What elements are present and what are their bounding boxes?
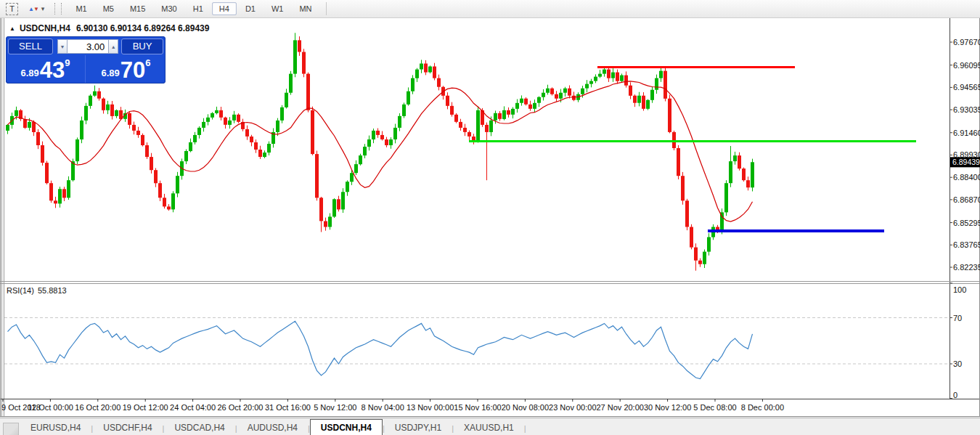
svg-text:30: 30 xyxy=(953,359,962,368)
timeframe-button-MN[interactable]: MN xyxy=(292,2,319,15)
sell-price-pips: 43 xyxy=(40,60,65,81)
svg-text:20 Nov 08:00: 20 Nov 08:00 xyxy=(502,403,549,412)
tab-strip-stub xyxy=(3,423,19,435)
timeframe-button-M15[interactable]: M15 xyxy=(123,2,152,15)
svg-text:15 Nov 16:00: 15 Nov 16:00 xyxy=(454,403,501,412)
toolbar: T ▲ ▼ ▾ M1M5M15M30H1H4D1W1MN xyxy=(0,0,980,18)
sell-button[interactable]: SELL xyxy=(8,38,53,54)
volume-decrease-button[interactable]: ▼ xyxy=(57,39,68,54)
sell-price[interactable]: 6.89 43 9 xyxy=(6,55,86,83)
buy-button[interactable]: BUY xyxy=(121,38,163,54)
current-price-tag: 6.89439 xyxy=(950,157,980,167)
tab-USDJPY-H1[interactable]: USDJPY,H1 xyxy=(385,420,452,435)
svg-text:6.91460: 6.91460 xyxy=(953,129,980,137)
svg-text:8 Dec 00:00: 8 Dec 00:00 xyxy=(741,403,784,412)
svg-text:5 Dec 08:00: 5 Dec 08:00 xyxy=(693,403,736,412)
timeframe-button-D1[interactable]: D1 xyxy=(238,2,263,15)
sell-price-base: 6.89 xyxy=(20,68,38,78)
svg-text:6.85295: 6.85295 xyxy=(953,219,980,227)
timeframe-buttons: M1M5M15M30H1H4D1W1MN xyxy=(68,2,319,15)
chart-ohlc-values: 6.90130 6.90134 6.89264 6.89439 xyxy=(76,23,210,33)
tab-AUDUSD-H4[interactable]: AUDUSD,H4 xyxy=(237,420,308,435)
svg-text:100: 100 xyxy=(953,285,966,294)
svg-text:27 Nov 20:00: 27 Nov 20:00 xyxy=(596,403,643,412)
volume-input[interactable] xyxy=(68,39,109,54)
svg-text:6.97670: 6.97670 xyxy=(953,38,980,46)
svg-text:5 Nov 12:00: 5 Nov 12:00 xyxy=(314,403,356,412)
tab-USDCNH-H4[interactable]: USDCNH,H4 xyxy=(310,419,383,435)
svg-text:6.88400: 6.88400 xyxy=(953,173,980,182)
collapse-triangle-icon: ▲ xyxy=(9,25,15,32)
svg-text:6.83765: 6.83765 xyxy=(953,240,980,249)
rsi-value: 55.8813 xyxy=(38,286,67,295)
svg-text:30 Nov 12:00: 30 Nov 12:00 xyxy=(644,403,691,412)
tab-USDCAD-H4[interactable]: USDCAD,H4 xyxy=(164,420,234,435)
rsi-indicator-label: RSI(14)55.8813 xyxy=(7,286,67,295)
timeframe-button-H4[interactable]: H4 xyxy=(212,2,237,15)
svg-text:26 Oct 20:00: 26 Oct 20:00 xyxy=(218,403,264,412)
timeframe-button-W1[interactable]: W1 xyxy=(264,2,291,15)
svg-text:6.89439: 6.89439 xyxy=(952,158,980,166)
svg-text:24 Oct 04:00: 24 Oct 04:00 xyxy=(170,403,216,412)
chart-title: ▲USDCNH,H46.90130 6.90134 6.89264 6.8943… xyxy=(9,23,209,33)
svg-text:6.82235: 6.82235 xyxy=(953,263,980,272)
svg-text:70: 70 xyxy=(953,314,962,322)
buy-price[interactable]: 6.89 70 6 xyxy=(86,55,166,83)
volume-increase-button[interactable]: ▲ xyxy=(108,39,118,54)
text-tool-icon: T xyxy=(6,3,18,15)
arrow-down-icon: ▼ xyxy=(33,6,39,12)
svg-text:6.94565: 6.94565 xyxy=(953,83,980,92)
toolbar-grip xyxy=(54,3,62,15)
svg-text:16 Oct 20:00: 16 Oct 20:00 xyxy=(75,403,121,412)
svg-text:13 Nov 00:00: 13 Nov 00:00 xyxy=(407,403,454,412)
buy-price-pips: 70 xyxy=(121,60,145,81)
svg-text:23 Nov 00:00: 23 Nov 00:00 xyxy=(549,403,596,412)
svg-text:6.86870: 6.86870 xyxy=(953,195,980,204)
timeframe-button-H1[interactable]: H1 xyxy=(186,2,211,15)
symbol-tab-bar: EURUSD,H4|USDCHF,H4|USDCAD,H4|AUDUSD,H4|… xyxy=(0,418,980,435)
chevron-down-icon: ▾ xyxy=(41,5,45,12)
timeframe-button-M1[interactable]: M1 xyxy=(68,2,94,15)
tab-USDCHF-H4[interactable]: USDCHF,H4 xyxy=(93,420,162,435)
buy-price-base: 6.89 xyxy=(101,68,119,78)
tab-XAUUSD-H1[interactable]: XAUUSD,H1 xyxy=(454,420,524,435)
timeframe-button-M30[interactable]: M30 xyxy=(154,2,184,15)
svg-text:12 Oct 00:00: 12 Oct 00:00 xyxy=(28,403,73,412)
one-click-trade-panel: SELL ▼ ▲ BUY 6.89 43 9 6.89 70 6 xyxy=(6,36,166,84)
svg-text:6.96095: 6.96095 xyxy=(953,61,980,70)
volume-stepper: ▼ ▲ xyxy=(57,39,118,54)
sell-price-point: 9 xyxy=(65,57,70,68)
text-tool-button[interactable]: T xyxy=(4,2,20,15)
arrows-tool-button[interactable]: ▲ ▼ ▾ xyxy=(27,2,46,15)
buy-price-point: 6 xyxy=(145,57,150,68)
chart-symbol: USDCNH,H4 xyxy=(20,23,70,33)
svg-text:0: 0 xyxy=(953,391,957,399)
tab-divider: | xyxy=(524,424,526,435)
svg-text:19 Oct 12:00: 19 Oct 12:00 xyxy=(123,403,168,412)
tab-EURUSD-H4[interactable]: EURUSD,H4 xyxy=(20,420,91,435)
svg-text:31 Oct 16:00: 31 Oct 16:00 xyxy=(265,403,311,412)
svg-text:8 Nov 04:00: 8 Nov 04:00 xyxy=(362,403,404,412)
toolbar-separator xyxy=(326,2,327,15)
timeframe-button-M5[interactable]: M5 xyxy=(96,2,121,15)
rsi-name: RSI(14) xyxy=(7,286,34,295)
svg-text:6.93035: 6.93035 xyxy=(953,105,980,114)
